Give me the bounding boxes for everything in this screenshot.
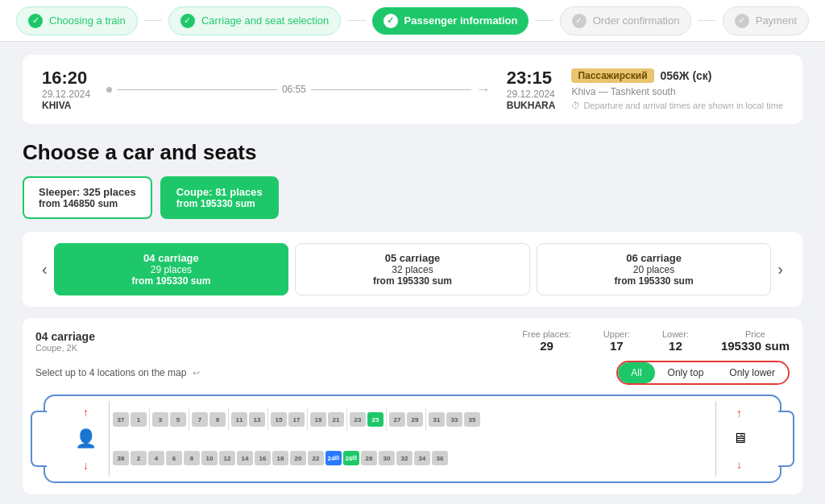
carriage-item-05[interactable]: 05 carriage 32 places from 195330 sum: [295, 243, 530, 295]
seat-1[interactable]: 1: [131, 412, 147, 427]
step-label-order: Order confirmation: [593, 14, 680, 27]
departure-date: 29.12.2024: [42, 89, 90, 100]
compartment-divider: [149, 408, 150, 431]
step-payment[interactable]: ✓ Payment: [723, 6, 809, 35]
seat-24[interactable]: 24⊟: [325, 451, 342, 465]
clock-icon: ⏱: [571, 101, 580, 110]
step-divider-1: [144, 20, 162, 21]
seat-20[interactable]: 20: [290, 451, 306, 465]
seat-27[interactable]: 27: [389, 412, 405, 427]
seat-33[interactable]: 33: [446, 412, 462, 427]
compartment-divider: [425, 408, 426, 431]
compartment-divider: [228, 408, 229, 431]
seat-11[interactable]: 11: [231, 412, 247, 427]
train-route-text: Khiva — Tashkent south: [571, 86, 783, 97]
seat-34[interactable]: 34: [414, 451, 430, 465]
filter-all-button[interactable]: All: [618, 362, 654, 383]
carriage-items: 04 carriage 29 places from 195330 sum 05…: [54, 243, 772, 295]
seat-16[interactable]: 16: [255, 451, 271, 465]
upper-value: 17: [610, 339, 624, 353]
step-label-passenger: Passenger information: [404, 14, 518, 27]
seat-selection-area: 04 carriage Coupe, 2K Free places: 29 Up…: [23, 318, 802, 494]
train-cap-left: [31, 411, 47, 467]
car-type-coupe[interactable]: Coupe: 81 places from 195330 sum: [160, 176, 279, 219]
seat-7[interactable]: 7: [192, 412, 208, 427]
seat-filter-row: Select up to 4 locations on the map ↩ Al…: [35, 361, 790, 385]
train-card: 16:20 29.12.2024 KHIVA 06:55 → 23:15 29.…: [23, 55, 802, 124]
seat-4[interactable]: 4: [148, 451, 164, 465]
lower-info: Lower: 12: [662, 329, 689, 353]
carriage-prev-button[interactable]: ‹: [35, 260, 54, 279]
seat-38[interactable]: 38: [113, 451, 129, 465]
seat-6[interactable]: 6: [166, 451, 182, 465]
seat-19[interactable]: 19: [310, 412, 326, 427]
seat-28[interactable]: 28: [361, 451, 377, 465]
carriage-type-label: Coupe, 2K: [35, 343, 490, 353]
step-carriage[interactable]: ✓ Carriage and seat selection: [168, 6, 341, 35]
seat-2[interactable]: 2: [131, 451, 147, 465]
step-choosing[interactable]: ✓ Choosing a train: [16, 6, 138, 35]
carriage-05-num: 05 carriage: [305, 252, 520, 264]
arrival-date: 29.12.2024: [507, 89, 556, 100]
carriage-04-price: from 195330 sum: [64, 275, 279, 287]
step-divider-4: [698, 20, 715, 21]
arrival-block: 23:15 29.12.2024 BUKHARA: [507, 68, 556, 111]
compartment-divider: [307, 408, 308, 431]
seat-5[interactable]: 5: [170, 412, 186, 427]
seat-18[interactable]: 18: [272, 451, 288, 465]
compartment-divider: [386, 408, 387, 431]
filter-lower-button[interactable]: Only lower: [716, 362, 788, 383]
seat-37[interactable]: 37: [113, 412, 129, 427]
arrow-up-left-icon: ↑: [83, 406, 89, 419]
seat-12[interactable]: 12: [219, 451, 235, 465]
seat-36[interactable]: 36: [432, 451, 448, 465]
step-label-choosing: Choosing a train: [49, 14, 126, 27]
upper-seat-row: 371357911131517192123⊟252729313335: [113, 401, 712, 438]
filter-top-button[interactable]: Only top: [655, 362, 717, 383]
seat-32[interactable]: 32: [396, 451, 412, 465]
seat-30[interactable]: 30: [379, 451, 395, 465]
seat-22[interactable]: 22: [308, 451, 324, 465]
seat-13[interactable]: 13: [249, 412, 265, 427]
departure-time: 16:20: [42, 68, 90, 89]
arrow-down-left-icon: ↓: [83, 459, 89, 472]
person-icon: 👤: [75, 428, 97, 449]
seat-21[interactable]: 21: [328, 412, 344, 427]
carriage-item-04[interactable]: 04 carriage 29 places from 195330 sum: [54, 243, 289, 295]
seat-35[interactable]: 35: [464, 412, 480, 427]
seat-15[interactable]: 15: [271, 412, 287, 427]
free-places-label: Free places:: [522, 329, 571, 339]
seat-8[interactable]: 8: [184, 451, 200, 465]
route-line: [117, 89, 277, 90]
arrow-up-right-icon: ↑: [736, 407, 742, 419]
seat-25[interactable]: ⊟25: [367, 412, 383, 427]
seat-14[interactable]: 14: [237, 451, 253, 465]
step-order[interactable]: ✓ Order confirmation: [560, 6, 692, 35]
seat-29[interactable]: 29: [407, 412, 423, 427]
route-arrow-icon: →: [476, 81, 491, 98]
departure-station: KHIVA: [42, 100, 90, 111]
seat-9[interactable]: 9: [209, 412, 226, 427]
carriage-04-places: 29 places: [64, 264, 279, 275]
seat-3[interactable]: 3: [152, 412, 168, 427]
price-value: 195330 sum: [721, 339, 790, 353]
section-title: Choose a car and seats: [23, 140, 802, 165]
seat-10[interactable]: 10: [201, 451, 218, 465]
carriage-next-button[interactable]: ›: [771, 260, 790, 279]
carriage-item-06[interactable]: 06 carriage 20 places from 195330 sum: [537, 243, 772, 295]
seat-26[interactable]: 26⊟: [343, 451, 359, 465]
seat-17[interactable]: 17: [288, 412, 305, 427]
seat-23[interactable]: 23: [350, 412, 366, 427]
compartment-divider: [267, 408, 268, 431]
price-label: Price: [745, 329, 765, 339]
seat-31[interactable]: 31: [429, 412, 445, 427]
price-info: Price 195330 sum: [721, 329, 790, 353]
step-passenger[interactable]: ✓ Passenger information: [372, 7, 529, 35]
compartment-divider: [189, 408, 189, 431]
carriage-list: ‹ 04 carriage 29 places from 195330 sum …: [35, 243, 790, 295]
arrow-curved-icon: ↩: [193, 368, 200, 378]
carriage-06-price: from 195330 sum: [547, 275, 761, 287]
lower-value: 12: [669, 339, 682, 353]
car-type-sleeper[interactable]: Sleeper: 325 places from 146850 sum: [23, 176, 152, 219]
carriage-06-num: 06 carriage: [547, 252, 761, 264]
